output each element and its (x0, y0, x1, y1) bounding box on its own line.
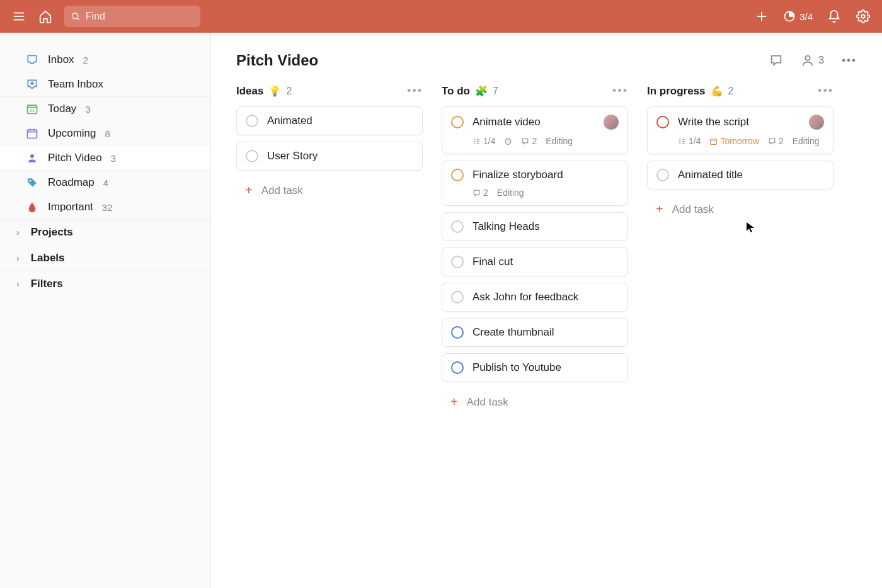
add-task-label: Add task (261, 184, 303, 197)
home-icon[interactable] (38, 9, 53, 24)
column-more-icon[interactable]: ••• (407, 84, 423, 98)
topbar-right: 3/4 (754, 9, 871, 24)
svg-text:21: 21 (30, 108, 35, 113)
sidebar-item-important[interactable]: Important 32 (0, 195, 210, 220)
comment-icon (521, 137, 529, 145)
task-card[interactable]: Animated (236, 106, 423, 135)
add-task-button[interactable]: +Add task (442, 388, 628, 416)
task-checkbox[interactable] (451, 256, 464, 268)
column-to-do: To do 🧩 7 ••• Animate video 1/42Editing … (442, 84, 628, 416)
today-icon: 21 (25, 102, 39, 116)
add-task-label: Add task (672, 203, 714, 216)
search-box[interactable] (64, 6, 200, 27)
task-checkbox[interactable] (451, 326, 464, 339)
karma-icon (783, 10, 796, 23)
task-title: User Story (267, 150, 413, 162)
column-more-icon[interactable]: ••• (612, 84, 628, 98)
task-checkbox[interactable] (656, 116, 669, 128)
task-card[interactable]: Animated title (647, 161, 833, 189)
karma-indicator[interactable]: 3/4 (783, 10, 813, 23)
sidebar-section-labels[interactable]: ›Labels (0, 246, 210, 271)
chevron-right-icon: › (16, 279, 20, 289)
sidebar-item-count: 4 (103, 178, 108, 188)
task-card[interactable]: Write the script 1/4Tomorrow2Editing (647, 106, 833, 154)
task-checkbox[interactable] (451, 361, 464, 374)
team-inbox-icon (25, 77, 39, 91)
sidebar-item-today[interactable]: 21 Today 3 (0, 97, 210, 122)
column-header: In progress 💪 2 ••• (647, 84, 833, 98)
card-top: Talking Heads (451, 220, 619, 233)
subtask-count: 1/4 (472, 136, 495, 146)
due-date: Tomorrow (709, 136, 759, 146)
menu-icon[interactable] (11, 9, 26, 24)
subtask-count: 1/4 (678, 136, 701, 146)
column-title: In progress (647, 85, 706, 98)
task-checkbox[interactable] (246, 150, 258, 162)
sidebar-item-label: Inbox (48, 54, 74, 66)
task-card[interactable]: User Story (236, 142, 423, 171)
topbar-left (11, 6, 200, 27)
sidebar-item-count: 3 (111, 153, 116, 164)
board-more-icon[interactable]: ••• (842, 54, 857, 67)
column-count: 2 (286, 86, 292, 97)
column-header: Ideas 💡 2 ••• (236, 84, 423, 98)
add-task-button[interactable]: +Add task (647, 196, 833, 223)
sidebar-item-pitch-video[interactable]: Pitch Video 3 (0, 146, 210, 171)
comment-count: 2 (768, 136, 784, 146)
bell-icon[interactable] (827, 9, 842, 24)
sidebar-item-label: Team Inbox (48, 78, 103, 91)
columns: Ideas 💡 2 ••• Animated User Story +Add t… (236, 84, 857, 416)
sidebar-item-team-inbox[interactable]: Team Inbox (0, 72, 210, 97)
top-bar: 3/4 (0, 0, 882, 33)
task-card[interactable]: Talking Heads (442, 212, 628, 241)
assignee-avatar (809, 115, 824, 130)
sidebar-section-label: Filters (31, 278, 63, 290)
plus-icon: + (245, 183, 253, 198)
card-top: Animate video (451, 115, 619, 130)
sidebar-section-filters[interactable]: ›Filters (0, 271, 210, 297)
share-count: 3 (818, 54, 824, 67)
sidebar-item-label: Important (48, 201, 93, 213)
task-title: Animate video (472, 116, 595, 128)
task-card[interactable]: Create thumbnail (442, 318, 628, 347)
column-ideas: Ideas 💡 2 ••• Animated User Story +Add t… (236, 84, 423, 204)
comments-button[interactable] (769, 54, 783, 67)
column-more-icon[interactable]: ••• (818, 84, 833, 98)
sidebar-item-count: 8 (105, 128, 110, 139)
gear-icon[interactable] (856, 9, 871, 24)
task-checkbox[interactable] (451, 116, 464, 128)
sidebar-item-roadmap[interactable]: Roadmap 4 (0, 171, 210, 195)
comment-icon (769, 54, 783, 67)
task-checkbox[interactable] (656, 169, 669, 181)
tag-icon (25, 176, 39, 189)
sidebar-section-projects[interactable]: ›Projects (0, 220, 210, 246)
task-card[interactable]: Final cut (442, 247, 628, 276)
task-card[interactable]: Finalize storyboard 2Editing (442, 161, 628, 206)
task-checkbox[interactable] (451, 169, 464, 181)
share-button[interactable]: 3 (801, 54, 824, 67)
task-card[interactable]: Animate video 1/42Editing (442, 106, 628, 154)
task-card[interactable]: Ask John for feedback (442, 283, 628, 312)
comment-icon (768, 137, 776, 145)
task-checkbox[interactable] (451, 291, 464, 303)
subtask-icon (678, 137, 686, 145)
column-in-progress: In progress 💪 2 ••• Write the script 1/4… (647, 84, 833, 223)
add-task-button[interactable]: +Add task (236, 177, 423, 204)
sidebar-item-upcoming[interactable]: Upcoming 8 (0, 122, 210, 146)
chevron-right-icon: › (16, 253, 20, 263)
task-checkbox[interactable] (451, 220, 464, 233)
task-checkbox[interactable] (246, 115, 258, 127)
task-title: Talking Heads (472, 220, 619, 233)
reminder-icon (504, 137, 512, 145)
cursor-pointer-icon (746, 222, 755, 233)
search-input[interactable] (86, 11, 194, 22)
board-actions: 3 ••• (769, 54, 857, 67)
column-count: 2 (728, 86, 734, 97)
task-card[interactable]: Publish to Youtube (442, 353, 628, 382)
column-title: Ideas (236, 85, 263, 98)
card-top: Write the script (656, 115, 824, 130)
task-title: Final cut (472, 256, 619, 268)
plus-icon: + (450, 395, 458, 409)
add-icon[interactable] (754, 9, 769, 24)
sidebar-item-inbox[interactable]: Inbox 2 (0, 48, 210, 72)
